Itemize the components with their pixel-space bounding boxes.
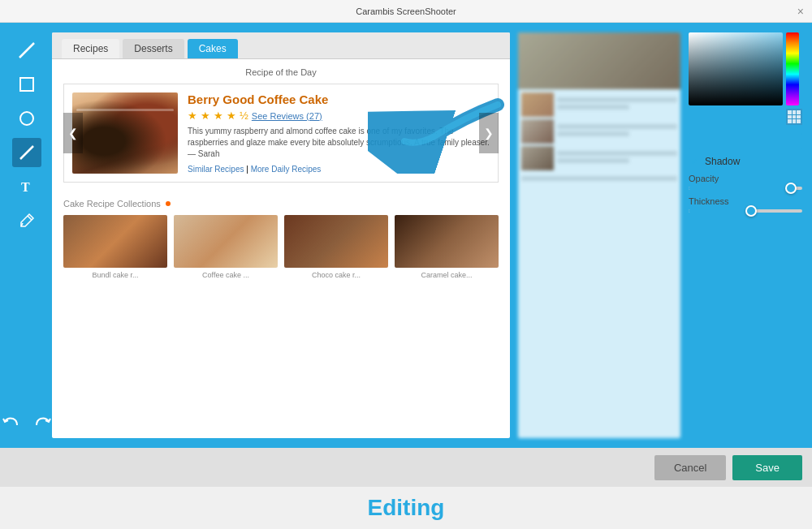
main-area: T <box>0 23 812 448</box>
grid-dot <box>797 115 801 119</box>
grid-dot <box>793 115 797 119</box>
cancel-button[interactable]: Cancel <box>654 455 726 480</box>
similar-recipes-link[interactable]: Similar Recipes <box>188 165 244 174</box>
right-panel-thumb <box>521 92 554 117</box>
grid-dot <box>793 119 797 123</box>
collection-thumb-4 <box>395 215 499 268</box>
svg-text:T: T <box>21 180 30 194</box>
window-title: Carambis ScreenShooter <box>356 6 456 16</box>
thickness-fill <box>689 209 751 213</box>
list-item: Bundl cake r... <box>63 215 167 279</box>
recipe-content: Recipe of the Day ❮ Berry Good Coffee Ca… <box>52 59 510 199</box>
right-panel-text <box>557 124 677 139</box>
color-picker <box>689 32 802 125</box>
right-panel-top-image <box>518 32 680 89</box>
recipe-description: This yummy raspberry and almond coffee c… <box>188 126 490 160</box>
list-item: Choco cake r... <box>284 215 388 279</box>
rectangle-tool[interactable] <box>12 70 41 99</box>
diagonal-line-tool[interactable] <box>12 138 41 167</box>
grid-dot <box>797 110 801 114</box>
list-item <box>521 92 677 117</box>
featured-wrapper: ❮ Berry Good Coffee Cake ★ ★ ★ <box>63 84 499 183</box>
opacity-track[interactable] <box>689 187 802 190</box>
right-panel-blurred <box>518 32 680 438</box>
collections-title: Cake Recipe Collections <box>63 199 499 209</box>
opacity-fill <box>689 187 791 190</box>
text-line-short <box>557 158 629 163</box>
thickness-track[interactable] <box>689 209 802 213</box>
save-button[interactable]: Save <box>732 455 802 480</box>
collections-grid: Bundl cake r... Coffee cake ... Choco ca… <box>63 215 499 279</box>
stars-row: ★ ★ ★ ★ ½ See Reviews (27) <box>188 110 490 122</box>
ellipse-tool[interactable] <box>12 104 41 133</box>
editing-label: Editing <box>0 487 812 529</box>
center-area: Recipes Desserts Cakes Recipe of the Day… <box>52 32 510 438</box>
right-panel-thumb <box>521 119 554 144</box>
svg-line-0 <box>19 43 34 58</box>
see-reviews-link[interactable]: See Reviews (27) <box>252 111 322 121</box>
star-1: ★ <box>188 110 197 122</box>
text-line-short <box>557 131 629 136</box>
featured-recipe: Berry Good Coffee Cake ★ ★ ★ ★ ½ See Rev… <box>63 84 499 183</box>
grid-dot <box>793 110 797 114</box>
tab-recipes[interactable]: Recipes <box>62 39 119 58</box>
collection-thumb-2 <box>174 215 278 268</box>
recipe-of-day-label: Recipe of the Day <box>63 67 499 77</box>
thickness-slider-row: Thickness <box>689 196 802 213</box>
collection-label-4: Caramel cake... <box>421 271 472 279</box>
window-chrome: Carambis ScreenShooter × <box>0 0 812 23</box>
svg-point-2 <box>20 112 33 125</box>
star-3: ★ <box>214 110 223 122</box>
color-gradient-picker[interactable] <box>689 32 783 105</box>
bottom-bar: Cancel Save <box>0 448 812 487</box>
grid-dot <box>788 110 792 114</box>
line-tool[interactable] <box>12 36 41 65</box>
star-4: ★ <box>227 110 236 122</box>
tab-cakes[interactable]: Cakes <box>188 39 238 58</box>
opacity-label: Opacity <box>689 174 802 183</box>
recipe-details: Berry Good Coffee Cake ★ ★ ★ ★ ½ See Rev… <box>188 92 490 174</box>
opacity-thumb[interactable] <box>785 183 797 194</box>
text-line-short <box>557 105 629 110</box>
text-line <box>557 151 677 156</box>
list-item <box>521 146 677 170</box>
carousel-prev-button[interactable]: ❮ <box>63 113 83 153</box>
right-panel-text <box>557 151 677 166</box>
grid-dot <box>788 119 792 123</box>
tab-desserts[interactable]: Desserts <box>123 39 184 58</box>
color-preview-bar <box>689 133 802 149</box>
svg-rect-1 <box>20 78 33 91</box>
text-line <box>557 124 677 129</box>
shadow-checkbox[interactable] <box>689 156 700 167</box>
bottom-bar-filler <box>521 176 677 181</box>
collections-section: Cake Recipe Collections Bundl cake r... … <box>52 199 510 287</box>
link-separator: | <box>244 165 250 174</box>
more-recipes-link[interactable]: More Daily Recipes <box>251 165 322 174</box>
list-item: Caramel cake... <box>395 215 499 279</box>
app-container: Carambis ScreenShooter × T <box>0 0 812 529</box>
opacity-slider-row: Opacity <box>689 174 802 190</box>
thickness-label: Thickness <box>689 196 802 206</box>
shadow-row: Shadow <box>689 156 802 167</box>
right-panel-thumb <box>521 146 554 170</box>
dropper-tool[interactable] <box>12 206 41 235</box>
left-toolbar: T <box>10 32 44 438</box>
right-panel-text <box>557 97 677 112</box>
collection-thumb-1 <box>63 215 167 268</box>
close-button[interactable]: × <box>797 5 804 18</box>
list-item <box>521 119 677 144</box>
star-2: ★ <box>201 110 210 122</box>
settings-panel: Shadow Opacity Thickness <box>689 32 802 438</box>
thickness-thumb[interactable] <box>745 205 757 217</box>
text-tool[interactable]: T <box>12 172 41 201</box>
undo-button[interactable] <box>0 409 25 438</box>
carousel-next-button[interactable]: ❯ <box>479 113 499 153</box>
recipe-image <box>72 92 178 174</box>
list-item: Coffee cake ... <box>174 215 278 279</box>
shadow-label: Shadow <box>705 156 740 167</box>
color-spectrum[interactable] <box>786 32 799 105</box>
tabs-bar: Recipes Desserts Cakes <box>52 32 510 59</box>
grid-dot <box>797 119 801 123</box>
color-grid-button[interactable] <box>786 109 802 125</box>
text-line <box>557 97 677 102</box>
